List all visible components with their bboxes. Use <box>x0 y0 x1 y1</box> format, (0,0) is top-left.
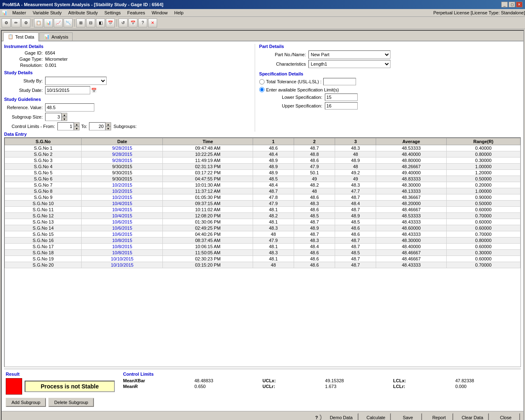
table-row[interactable]: S.G.No 18 10/8/2015 11:50:05 AM 48.3 48.… <box>5 250 520 256</box>
cell-date: 10/4/2015 <box>82 201 163 207</box>
cell-sgno: S.G.No 6 <box>5 176 82 182</box>
toolbar-btn-9[interactable]: ⊟ <box>86 18 95 27</box>
toolbar-btn-10[interactable]: ◧ <box>96 18 105 27</box>
from-down[interactable]: ▼ <box>74 126 80 130</box>
part-details-title: Part Details <box>259 44 503 49</box>
tab-analysis[interactable]: 📊 Analysis <box>39 32 73 41</box>
to-up[interactable]: ▲ <box>105 122 111 126</box>
result-row: Process is not Stable <box>6 378 115 395</box>
table-row[interactable]: S.G.No 1 9/28/2015 09:47:48 AM 48.6 48.7… <box>5 145 520 151</box>
toolbar-btn-1[interactable]: ⚙ <box>2 18 11 27</box>
menu-attribute-study[interactable]: Attribute Study <box>65 9 101 16</box>
to-input[interactable] <box>89 122 105 130</box>
table-row[interactable]: S.G.No 5 9/30/2015 03:17:22 PM 48.9 50.1… <box>5 170 520 176</box>
total-tolerance-radio[interactable] <box>259 79 265 84</box>
menu-window[interactable]: Window <box>148 9 171 16</box>
menu-features[interactable]: Features <box>124 9 148 16</box>
menu-master[interactable]: Master <box>9 9 30 16</box>
table-row[interactable]: S.G.No 10 10/4/2015 09:37:15 AM 47.9 48.… <box>5 201 520 207</box>
table-row[interactable]: S.G.No 3 9/28/2015 11:49:19 AM 48.9 48.6… <box>5 158 520 164</box>
save-button[interactable]: Save <box>393 413 422 420</box>
toolbar-btn-3[interactable]: ⚙ <box>21 18 30 27</box>
table-row[interactable]: S.G.No 6 9/30/2015 04:47:55 PM 48.5 49 4… <box>5 176 520 182</box>
table-row[interactable]: S.G.No 2 9/28/2015 10:22:25 AM 48.4 48.8… <box>5 151 520 158</box>
cell-v1: 48.2 <box>253 213 294 219</box>
cell-avg: 48.43333 <box>376 262 446 268</box>
from-up[interactable]: ▲ <box>74 122 80 126</box>
table-row[interactable]: S.G.No 19 10/10/2015 02:30:23 PM 48.1 48… <box>5 256 520 262</box>
control-limits-label: Control Limits - From: <box>4 124 57 129</box>
instrument-details-title: Instrument Details <box>4 44 252 49</box>
cell-time: 02:31:13 PM <box>163 164 253 170</box>
calendar-icon[interactable]: 📅 <box>91 88 97 93</box>
table-row[interactable]: S.G.No 13 10/6/2015 01:30:06 PM 48.1 48.… <box>5 219 520 225</box>
table-row[interactable]: S.G.No 17 10/8/2015 10:06:15 AM 48.1 48.… <box>5 244 520 250</box>
total-tolerance-input[interactable] <box>323 78 356 85</box>
tab-test-data[interactable]: 📋 Test Data <box>3 32 39 41</box>
subgroup-size-down[interactable]: ▼ <box>62 117 67 121</box>
to-down[interactable]: ▼ <box>105 126 111 130</box>
toolbar-btn-8[interactable]: ⊞ <box>76 18 85 27</box>
toolbar: ⚙ ✏ ⚙ 📋 📊 📈 📉 ⊞ ⊟ ◧ 📅 ↺ 📅 ? ✕ <box>0 17 525 29</box>
subgroup-size-input[interactable] <box>45 113 62 121</box>
cell-v1: 48.3 <box>253 250 294 256</box>
cell-sgno: S.G.No 12 <box>5 213 82 219</box>
from-input[interactable] <box>57 122 74 130</box>
table-row[interactable]: S.G.No 20 10/10/2015 03:15:20 PM 48 48.6… <box>5 262 520 268</box>
close-button[interactable]: Close <box>491 413 520 420</box>
minimize-button[interactable]: _ <box>501 2 508 7</box>
enter-spec-radio[interactable] <box>259 87 265 92</box>
toolbar-btn-2[interactable]: ✏ <box>11 18 21 27</box>
table-row[interactable]: S.G.No 15 10/6/2015 04:40:26 PM 48 48.7 … <box>5 231 520 237</box>
toolbar-btn-7[interactable]: 📉 <box>64 18 73 27</box>
restore-button[interactable]: ◻ <box>509 2 515 7</box>
table-row[interactable]: S.G.No 9 10/2/2015 01:05:30 PM 47.8 48.6… <box>5 194 520 201</box>
table-row[interactable]: S.G.No 4 9/30/2015 02:31:13 PM 48.9 47.9… <box>5 164 520 170</box>
mean-r-label: MeanR <box>123 384 190 389</box>
ref-value-input[interactable] <box>45 103 94 112</box>
toolbar-btn-4[interactable]: 📋 <box>34 18 43 27</box>
study-by-select[interactable] <box>45 77 107 85</box>
window-title: ProMSA - Measurement System Analysis - [… <box>2 2 163 7</box>
cell-date: 10/10/2015 <box>82 262 163 268</box>
characteristics-select[interactable]: Length1 <box>308 60 390 68</box>
upper-spec-input[interactable] <box>325 102 358 110</box>
demo-data-button[interactable]: Demo Data <box>324 413 358 420</box>
toolbar-btn-13[interactable]: 📅 <box>128 18 137 27</box>
calculate-button[interactable]: Calculate <box>361 413 391 420</box>
table-row[interactable]: S.G.No 8 10/2/2015 11:37:12 AM 48.7 48 4… <box>5 188 520 194</box>
toolbar-btn-6[interactable]: 📈 <box>54 18 63 27</box>
menu-settings[interactable]: Settings <box>101 9 124 16</box>
table-scroll[interactable]: S.G.No Date Time 1 2 3 Average Range(R) <box>5 138 520 367</box>
data-entry-section: Data Entry S.G.No Date Time 1 2 3 <box>4 132 521 367</box>
table-row[interactable]: S.G.No 7 10/2/2015 10:01:30 AM 48.4 48.2… <box>5 182 520 188</box>
help-button[interactable]: ? <box>312 413 322 420</box>
lower-spec-input[interactable] <box>325 94 358 101</box>
cell-range: 0.80000 <box>446 237 520 244</box>
delete-subgroup-button[interactable]: Delete Subgroup <box>48 398 94 407</box>
table-row[interactable]: S.G.No 11 10/4/2015 10:11:02 AM 48.1 48.… <box>5 207 520 213</box>
table-row[interactable]: S.G.No 12 10/4/2015 12:08:20 PM 48.2 48.… <box>5 213 520 219</box>
cell-v3: 48.7 <box>335 237 376 244</box>
clear-data-button[interactable]: Clear Data <box>456 413 489 420</box>
study-date-input[interactable] <box>45 86 90 94</box>
toolbar-btn-11[interactable]: 📅 <box>106 18 115 27</box>
cell-v3: 48.7 <box>335 256 376 262</box>
window-controls[interactable]: _ ◻ ✕ <box>501 2 523 7</box>
toolbar-btn-close[interactable]: ✕ <box>148 18 157 27</box>
cell-date: 10/4/2015 <box>82 213 163 219</box>
subgroup-size-up[interactable]: ▲ <box>62 113 67 117</box>
cell-v2: 48.8 <box>294 151 335 158</box>
toolbar-btn-5[interactable]: 📊 <box>44 18 53 27</box>
toolbar-btn-12[interactable]: ↺ <box>119 18 128 27</box>
menu-variable-study[interactable]: Variable Study <box>30 9 65 16</box>
table-row[interactable]: S.G.No 14 10/6/2015 02:49:25 PM 48.3 48.… <box>5 225 520 231</box>
cell-time: 08:37:45 AM <box>163 237 253 244</box>
menu-help[interactable]: Help <box>171 9 187 16</box>
toolbar-btn-help[interactable]: ? <box>138 18 147 27</box>
report-button[interactable]: Report <box>425 413 453 420</box>
add-subgroup-button[interactable]: Add Subgroup <box>6 398 46 407</box>
part-no-select[interactable]: New Part <box>308 50 390 59</box>
table-row[interactable]: S.G.No 16 10/8/2015 08:37:45 AM 47.9 48.… <box>5 237 520 244</box>
close-button[interactable]: ✕ <box>516 2 523 7</box>
